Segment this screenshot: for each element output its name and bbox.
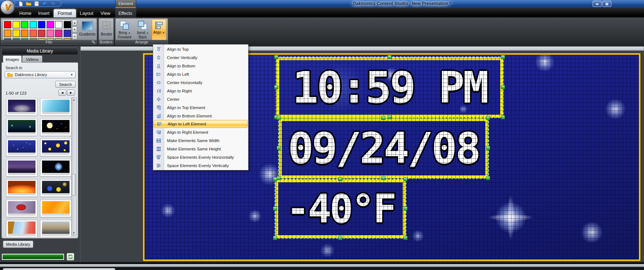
align-bottom-icon	[154, 63, 163, 68]
tab-home[interactable]: Home	[17, 9, 33, 17]
media-thumbnail-city-street[interactable]	[40, 220, 71, 237]
align-button[interactable]: Align ▼	[152, 19, 166, 41]
status-panel-edge	[3, 268, 115, 270]
new-document-icon[interactable]	[18, 1, 24, 7]
media-thumbnail-clock-hands-blue[interactable]	[40, 98, 71, 116]
tab-images[interactable]: Images	[3, 55, 22, 63]
menu-item-make-elements-same-width[interactable]: Make Elements Same Width	[153, 136, 248, 145]
media-thumbnail-car-orange-room[interactable]	[6, 220, 37, 237]
media-thumbnail-fireflies-night[interactable]	[6, 119, 37, 136]
menu-item-align-to-right-element[interactable]: Align to Right Element	[153, 128, 248, 136]
thumbnail-label-strip	[8, 193, 35, 195]
thumbnail-image	[8, 161, 35, 173]
media-thumbnail-night-horizon[interactable]	[6, 159, 37, 176]
color-swatch[interactable]	[30, 30, 37, 37]
menu-item-center[interactable]: Center	[153, 95, 248, 103]
tab-format[interactable]: Format	[54, 9, 76, 17]
color-swatch[interactable]	[4, 21, 11, 28]
menu-item-align-to-top[interactable]: Align to Top	[153, 45, 248, 53]
thumbnail-image	[42, 181, 70, 193]
swatch-scroll-down-button[interactable]: ▼	[72, 26, 77, 33]
tab-effects[interactable]: Effects	[116, 9, 135, 17]
menu-item-center-vertically[interactable]: Center Vertically	[153, 53, 248, 62]
media-thumbnail-airplane-sunset[interactable]	[6, 179, 37, 197]
thumbnail-scrollbar[interactable]: ▲ ▼	[71, 97, 76, 235]
center-horizontally-icon	[154, 80, 163, 85]
menu-item-make-elements-same-height[interactable]: Make Elements Same Height	[153, 145, 248, 153]
color-swatch[interactable]	[47, 30, 54, 37]
open-folder-icon[interactable]	[26, 1, 32, 7]
color-swatch[interactable]	[64, 30, 71, 37]
color-swatch[interactable]	[47, 21, 54, 28]
tab-videos[interactable]: Videos	[22, 55, 42, 63]
color-swatch[interactable]	[13, 30, 20, 37]
color-swatch[interactable]	[21, 21, 28, 28]
date-element[interactable]: 09/24/08	[279, 118, 488, 178]
media-thumbnail-cars-night[interactable]	[40, 179, 71, 197]
media-thumbnail-starfield-blue[interactable]	[6, 139, 37, 156]
color-swatch[interactable]	[55, 30, 62, 37]
menu-item-center-horizontally[interactable]: Center Horizontally	[153, 78, 248, 87]
swatch-scroll-up-button[interactable]: ▲	[72, 20, 77, 26]
window-restore-button[interactable]: ▣	[602, 1, 611, 7]
refresh-button[interactable]	[67, 253, 74, 261]
quick-access-toolbar: ↶ ↷	[14, 0, 62, 7]
next-page-button[interactable]: ►	[67, 90, 75, 96]
border-icon	[103, 21, 110, 29]
color-swatch[interactable]	[13, 21, 20, 28]
search-button[interactable]: Search	[55, 81, 76, 88]
menu-item-space-elements-evenly-horizontally[interactable]: Space Elements Evenly Horizontally	[153, 153, 248, 161]
menu-item-align-to-left-element[interactable]: Align to Left Element	[154, 120, 248, 128]
switch-view-button[interactable]: ◂▸	[593, 1, 602, 7]
media-library-bottom-tab[interactable]: Media Library	[3, 241, 33, 248]
menu-item-label: Align to Left	[167, 72, 189, 76]
menu-item-align-to-top-element[interactable]: Align to Top Element	[153, 103, 248, 112]
menu-item-space-elements-evenly-vertically[interactable]: Space Elements Evenly Vertically	[153, 161, 248, 170]
redo-icon[interactable]: ↷	[50, 1, 55, 7]
tab-insert[interactable]: Insert	[35, 9, 52, 17]
prev-page-button[interactable]: ◄	[58, 90, 66, 96]
menu-item-align-to-bottom[interactable]: Align to Bottom	[153, 62, 248, 70]
color-swatch[interactable]	[55, 21, 62, 28]
media-thumbnail-sundial-night[interactable]	[6, 98, 37, 116]
scroll-up-icon[interactable]: ▲	[72, 99, 76, 101]
temperature-element[interactable]: -40°F	[275, 179, 406, 238]
undo-icon[interactable]: ↶	[42, 1, 47, 7]
color-swatch[interactable]	[38, 21, 45, 28]
dialog-launcher-icon[interactable]	[92, 41, 95, 44]
media-thumbnail-orange-abstract[interactable]	[40, 200, 71, 217]
swatch-more-button[interactable]: ⏷	[72, 33, 77, 40]
bring-forward-button[interactable]: Bring ▼Forward	[116, 19, 133, 41]
thumbnail-image	[8, 181, 35, 193]
save-icon[interactable]	[34, 1, 39, 7]
library-select[interactable]: Daktronics Library ▼	[5, 71, 76, 78]
color-swatch[interactable]	[30, 21, 37, 28]
menu-item-align-to-right[interactable]: Align to Right	[153, 87, 248, 95]
scrollbar-thumb[interactable]	[72, 174, 76, 196]
contextual-tab-group-element: Element	[115, 0, 136, 8]
space-vertically-icon	[154, 163, 163, 168]
tab-view[interactable]: View	[98, 9, 113, 17]
color-swatch[interactable]	[38, 30, 45, 37]
folder-icon	[7, 72, 13, 77]
border-button[interactable]: Border	[100, 20, 113, 41]
thumbnail-image	[8, 201, 35, 213]
media-thumbnail-moon-and-stars[interactable]	[40, 119, 71, 136]
media-thumbnail-gold-stars[interactable]	[40, 139, 71, 156]
send-back-button[interactable]: Send ▼Back	[134, 19, 151, 41]
media-thumbnail-abstract-red-button[interactable]	[6, 200, 37, 217]
color-swatch[interactable]	[4, 30, 11, 37]
app-logo[interactable]: V	[0, 0, 15, 14]
menu-item-align-to-bottom-element[interactable]: Align to Bottom Element	[153, 112, 248, 120]
time-element[interactable]: 10:59 PM	[276, 57, 503, 117]
pagination-label: 1-50 of 123	[5, 91, 26, 95]
tab-layout[interactable]: Layout	[78, 9, 95, 17]
thumbnail-label-strip	[42, 234, 70, 236]
scroll-down-icon[interactable]: ▼	[72, 232, 76, 234]
color-swatch[interactable]	[64, 21, 71, 28]
color-swatch[interactable]	[21, 30, 28, 37]
media-thumbnail-star-burst[interactable]	[40, 159, 71, 176]
application-window: V ↶ ↷ Element Daktronics Content Studio …	[0, 0, 644, 270]
gradients-button[interactable]: Gradients	[78, 20, 97, 41]
menu-item-align-to-left[interactable]: Align to Left	[153, 70, 248, 78]
